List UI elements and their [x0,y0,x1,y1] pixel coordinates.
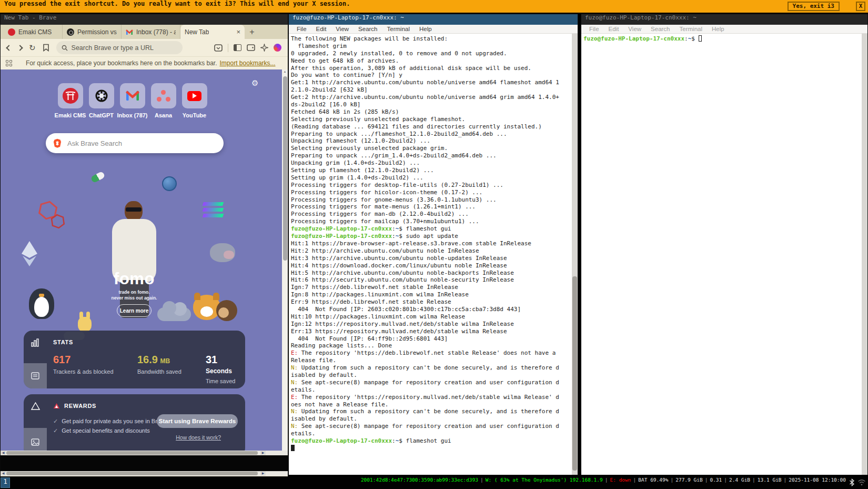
menu-item-search[interactable]: Search [354,26,382,32]
apps-grid-icon[interactable] [6,60,12,66]
reload-icon[interactable]: ↻ [29,44,36,52]
image-widget-icon[interactable] [24,428,47,451]
tab-new-tab[interactable]: New Tab × [180,25,245,39]
browser-window: New Tab - Brave Emaki CMS Permission vs … [0,14,288,477]
leo-ai-icon[interactable] [260,44,268,52]
browser-horizontal-scrollbar[interactable]: ◀ ▶ [1,451,288,455]
menu-item-search[interactable]: Search [646,26,674,32]
shortcut-asana[interactable]: Asana [150,83,176,118]
terminal-line: Processing triggers for mailcap (3.70+nm… [291,218,578,225]
terminal-line: etails. [291,430,578,437]
terminal-line: Hit:3 http://archive.ubuntu.com/ubuntu n… [291,255,578,262]
tab-close-icon[interactable]: × [236,28,240,36]
scrollbar-thumb[interactable] [283,76,287,261]
bookmark-icon[interactable] [43,44,49,52]
illustration-hexagon-small [50,214,66,229]
toolbar-right-icons [214,44,281,52]
toolbar-divider [228,44,228,52]
scroll-right-icon[interactable]: ▶ [260,471,266,476]
menu-item-edit[interactable]: Edit [604,26,624,32]
shortcut-inbox[interactable]: Inbox (787) [119,83,145,118]
terminal-line: Hit:6 http://security.ubuntu.com/ubuntu … [291,276,578,284]
menu-item-view[interactable]: View [623,26,646,32]
new-tab-button[interactable]: + [245,25,259,39]
shortcut-emaki-cms[interactable]: Emaki CMS [57,83,83,118]
terminal-line: E: The repository 'https://repository.mu… [291,394,578,401]
tab-permission[interactable]: Permission vs [63,25,122,39]
scroll-up-icon[interactable]: ▲ [282,70,288,73]
menu-item-file[interactable]: File [292,26,311,32]
rewards-card: REWARDS ✓Get paid for private ads you se… [24,394,245,451]
terminal-line: isabled by default. [291,372,578,379]
shortcut-chatgpt[interactable]: ChatGPT [88,83,114,118]
youtube-icon [187,91,201,101]
torii-icon [63,88,78,104]
import-bookmarks-link[interactable]: Import bookmarks... [220,59,276,67]
terminal-line: Ign:8 http://packages.linuxmint.com wilm… [291,291,578,298]
scroll-left-icon[interactable]: ◀ [1,451,6,455]
menu-item-terminal[interactable]: Terminal [382,26,415,32]
terminal-body[interactable]: fuzo@fuzo-HP-Laptop-17-cn0xxx:~$ [581,34,867,475]
menu-item-edit[interactable]: Edit [311,26,331,32]
stats-chart-icon[interactable] [24,338,47,349]
menu-item-help[interactable]: Help [415,26,437,32]
scrollbar-thumb[interactable] [6,451,258,455]
terminal-line: Processing triggers for mate-menus (1.26… [291,203,578,211]
learn-more-button[interactable]: Learn more [117,304,152,317]
menu-item-terminal[interactable]: Terminal [675,26,707,32]
back-icon[interactable] [6,45,12,51]
sidebar-icon[interactable] [234,44,241,51]
terminal-line: Processing triggers for gnome-menus (3.3… [291,196,578,204]
brave-search-box[interactable]: Ask Brave Search [46,133,224,153]
browser-titlebar[interactable]: New Tab - Brave [1,14,288,25]
fomo-title: fomo [89,270,179,288]
shortcut-youtube[interactable]: YouTube [181,83,207,118]
terminal-titlebar[interactable]: fuzo@fuzo-HP-Laptop-17-cn0xxx: ~ [289,14,578,25]
browser-vertical-scrollbar[interactable]: ▲ [282,69,288,451]
menu-item-help[interactable]: Help [707,26,729,32]
gmail-favicon [126,28,133,36]
terminal-line: isabled by default. [291,415,578,423]
nagbar-close-button[interactable]: X [856,2,865,11]
scrollbar-thumb[interactable] [6,472,258,475]
bat-outline-icon[interactable] [24,402,47,412]
browser-bottom-filler: ◀ ▶ [1,455,288,476]
forward-icon[interactable] [17,45,23,51]
workspace-button[interactable]: 1 [1,477,10,488]
how-does-it-work-link[interactable]: How does it work? [176,434,221,441]
start-rewards-button[interactable]: Start using Brave Rewards [157,414,238,428]
terminal-line: Unpacking grim (1.4.0+ds-2build2) ... [291,159,578,167]
stat-time: 31 Seconds Time saved [206,354,240,384]
illustration-pill [90,171,105,184]
menu-item-view[interactable]: View [331,26,354,32]
segment-separator: | [603,477,610,483]
scroll-left-icon[interactable]: ◀ [1,471,6,476]
terminal-line: flameshot grim [291,43,578,50]
terminal-line: E: The repository 'https://deb.librewolf… [291,350,578,357]
terminal-titlebar[interactable]: fuzo@fuzo-HP-Laptop-17-cn0xxx: ~ [581,14,867,25]
scrollbar-thumb[interactable] [572,276,577,471]
terminal-line: Processing triggers for hicolor-icon-the… [291,189,578,196]
terminal-line: Get:1 http://archive.ubuntu.com/ubuntu n… [291,79,578,86]
scroll-right-icon[interactable]: ▶ [260,451,266,455]
brave-rewards-icon[interactable] [274,44,281,52]
terminal-body[interactable]: The following NEW packages will be insta… [289,34,578,475]
tab-search-icon[interactable] [214,44,223,52]
nagbar-confirm-button[interactable]: Yes, exit i3 [788,2,840,11]
ntp-settings-gear-icon[interactable]: ⚙ [251,78,258,88]
browser-horizontal-scrollbar-bottom[interactable]: ◀ ▶ [1,471,288,476]
tab-emaki-cms[interactable]: Emaki CMS [4,25,63,39]
news-widget-icon[interactable] [24,363,47,388]
terminal-scrollbar[interactable] [572,34,578,475]
wallet-icon[interactable] [247,44,255,51]
asana-icon [157,90,170,102]
terminal-scrollbar[interactable] [862,34,867,475]
fomo-subtitle: trade on fomo. never miss out again. [89,290,179,301]
terminal-line: Err:13 https://repository.mullvad.net/de… [291,328,578,335]
menu-item-file[interactable]: File [584,26,604,32]
stats-values: 617 Trackers & ads blocked 16.9 MB Bandw… [53,354,240,384]
address-bar[interactable]: Search Brave or type a URL [56,41,183,54]
terminal-line: Do you want to continue? [Y/n] y [291,72,578,79]
tab-inbox[interactable]: Inbox (778) - al [122,25,180,39]
tab-strip: Emaki CMS Permission vs Inbox (778) - al… [1,25,288,39]
